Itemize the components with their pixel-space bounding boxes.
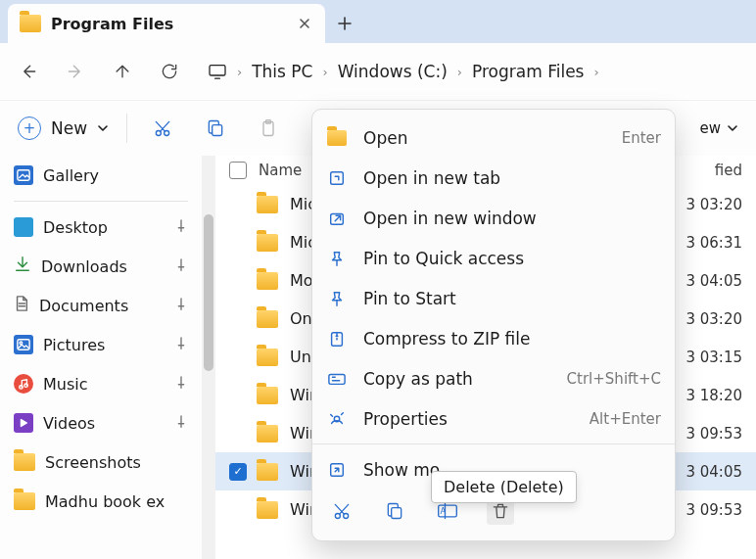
copy-icon[interactable] bbox=[381, 497, 408, 525]
sidebar-item-desktop[interactable]: Desktop bbox=[0, 208, 202, 247]
svg-rect-19 bbox=[392, 508, 402, 519]
folder-icon bbox=[257, 272, 278, 290]
sidebar-item-label: Documents bbox=[39, 297, 128, 315]
new-tab-icon bbox=[326, 167, 348, 189]
view-button[interactable]: ew bbox=[700, 119, 739, 137]
breadcrumb[interactable]: › This PC › Windows (C:) › Program Files… bbox=[208, 62, 599, 81]
back-button[interactable] bbox=[8, 51, 49, 92]
menu-item[interactable]: Compress to ZIP file bbox=[312, 318, 675, 358]
menu-item[interactable]: Open in new tab bbox=[312, 158, 675, 198]
folder-icon bbox=[257, 501, 278, 519]
folder-icon bbox=[257, 349, 278, 366]
svg-rect-14 bbox=[329, 374, 345, 384]
breadcrumb-drive[interactable]: Windows (C:) bbox=[338, 62, 448, 81]
new-tab-button[interactable] bbox=[325, 4, 364, 43]
select-all-checkbox[interactable] bbox=[229, 162, 247, 179]
pin-icon bbox=[174, 336, 188, 354]
folder-icon bbox=[257, 463, 278, 481]
column-modified-fragment[interactable]: fied bbox=[715, 162, 742, 179]
menu-item-shortcut: Ctrl+Shift+C bbox=[567, 370, 661, 388]
copy-button[interactable] bbox=[198, 111, 233, 146]
tab-strip: Program Files bbox=[0, 0, 756, 43]
music-icon bbox=[14, 374, 33, 394]
file-date: 3 03:15 bbox=[685, 349, 742, 366]
up-button[interactable] bbox=[102, 51, 143, 92]
menu-item[interactable]: OpenEnter bbox=[312, 117, 675, 158]
svg-text:A: A bbox=[440, 506, 446, 516]
videos-icon bbox=[14, 413, 33, 433]
menu-item[interactable]: PropertiesAlt+Enter bbox=[312, 398, 675, 439]
svg-point-8 bbox=[20, 342, 23, 345]
sidebar-item-madhu[interactable]: Madhu book ex bbox=[0, 482, 202, 521]
new-button[interactable]: + New bbox=[18, 116, 109, 140]
sidebar-item-screenshots[interactable]: Screenshots bbox=[0, 443, 202, 482]
menu-item-label: Show mo bbox=[363, 460, 440, 480]
menu-item-label: Pin to Start bbox=[363, 289, 456, 308]
folder-icon bbox=[257, 234, 278, 252]
separator bbox=[126, 114, 127, 143]
row-checkbox[interactable]: ✓ bbox=[229, 463, 245, 481]
properties-icon bbox=[326, 408, 348, 430]
nav-bar: › This PC › Windows (C:) › Program Files… bbox=[0, 43, 756, 101]
sidebar-item-videos[interactable]: Videos bbox=[0, 403, 202, 443]
tab-title: Program Files bbox=[51, 15, 286, 33]
menu-item-label: Compress to ZIP file bbox=[363, 329, 531, 349]
sidebar-item-label: Desktop bbox=[43, 218, 108, 237]
sidebar-item-music[interactable]: Music bbox=[0, 364, 202, 403]
sidebar-item-downloads[interactable]: Downloads bbox=[0, 247, 202, 286]
close-tab-button[interactable] bbox=[296, 15, 313, 32]
pictures-icon bbox=[14, 335, 33, 354]
breadcrumb-this-pc[interactable]: This PC bbox=[252, 62, 312, 81]
menu-item[interactable]: Pin to Quick access bbox=[312, 238, 675, 278]
menu-item-label: Open in new tab bbox=[363, 168, 500, 188]
sidebar-item-label: Videos bbox=[43, 414, 95, 433]
sidebar-item-pictures[interactable]: Pictures bbox=[0, 325, 202, 364]
forward-button[interactable] bbox=[55, 51, 96, 92]
menu-item-label: Pin to Quick access bbox=[363, 249, 524, 268]
folder-icon bbox=[257, 310, 278, 328]
menu-item-label: Open bbox=[363, 128, 407, 148]
folder-open-icon bbox=[326, 127, 348, 149]
folder-icon bbox=[14, 453, 35, 471]
pin-icon bbox=[174, 297, 188, 315]
menu-item-label: Properties bbox=[363, 409, 448, 429]
sidebar-scrollbar[interactable] bbox=[202, 156, 215, 559]
svg-rect-0 bbox=[210, 66, 225, 75]
menu-item[interactable]: Copy as pathCtrl+Shift+C bbox=[312, 358, 675, 398]
column-name[interactable]: Name bbox=[259, 162, 302, 179]
tooltip-text: Delete (Delete) bbox=[444, 478, 564, 496]
file-date: 3 09:53 bbox=[685, 501, 742, 519]
file-date: 3 06:31 bbox=[685, 234, 742, 252]
sidebar-item-label: Gallery bbox=[43, 166, 99, 185]
chevron-down-icon bbox=[727, 122, 738, 134]
sidebar-item-label: Downloads bbox=[41, 257, 127, 276]
pin-icon bbox=[174, 414, 188, 433]
desktop-icon bbox=[14, 217, 33, 237]
tab-program-files[interactable]: Program Files bbox=[8, 4, 325, 43]
file-date: 3 04:05 bbox=[685, 272, 742, 290]
gallery-icon bbox=[14, 165, 33, 185]
breadcrumb-folder[interactable]: Program Files bbox=[472, 62, 584, 81]
sidebar-item-label: Screenshots bbox=[45, 453, 141, 472]
file-date: 3 04:05 bbox=[685, 463, 742, 481]
folder-icon bbox=[257, 196, 278, 213]
file-date: 3 03:20 bbox=[685, 310, 742, 328]
paste-button[interactable] bbox=[251, 111, 286, 146]
refresh-button[interactable] bbox=[149, 51, 190, 92]
svg-rect-11 bbox=[331, 171, 344, 184]
cut-icon[interactable] bbox=[328, 497, 355, 525]
sidebar-item-label: Music bbox=[43, 375, 88, 394]
expand-icon bbox=[326, 459, 348, 481]
pin-icon bbox=[174, 375, 188, 394]
sidebar-item-documents[interactable]: Documents bbox=[0, 286, 202, 325]
pin-icon bbox=[174, 218, 188, 237]
new-button-label: New bbox=[51, 118, 87, 138]
view-label-fragment: ew bbox=[700, 119, 722, 137]
tooltip: Delete (Delete) bbox=[431, 471, 577, 503]
cut-button[interactable] bbox=[145, 111, 180, 146]
sidebar-item-gallery[interactable]: Gallery bbox=[0, 156, 202, 195]
menu-item-label: Open in new window bbox=[363, 209, 537, 228]
svg-rect-7 bbox=[18, 340, 29, 350]
menu-item[interactable]: Pin to Start bbox=[312, 278, 675, 318]
menu-item[interactable]: Open in new window bbox=[312, 198, 675, 238]
